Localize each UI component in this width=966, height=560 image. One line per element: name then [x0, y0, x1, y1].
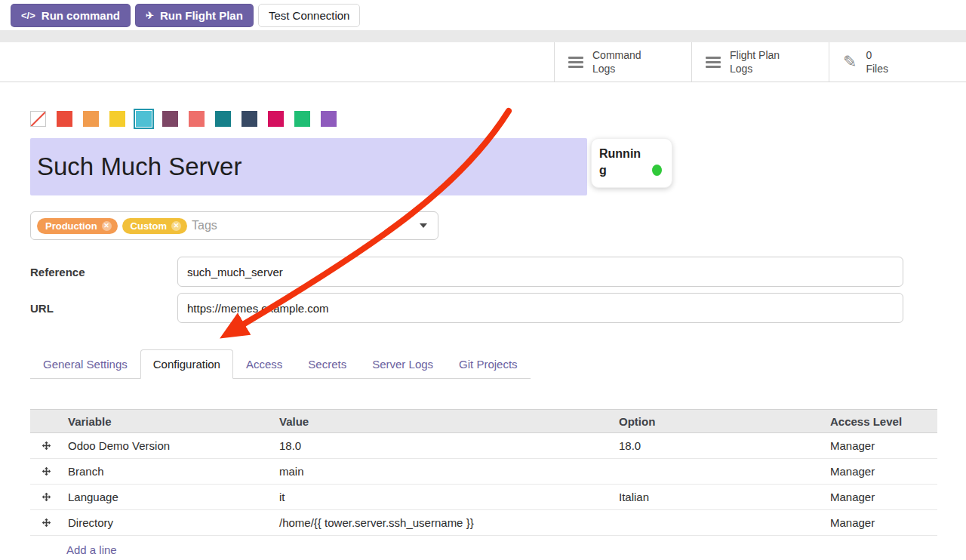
- table-row[interactable]: Branch main Manager: [30, 459, 937, 485]
- status-button[interactable]: Running: [591, 138, 672, 188]
- drag-handle-icon[interactable]: [42, 466, 51, 476]
- drag-handle-icon[interactable]: [42, 518, 51, 528]
- close-icon[interactable]: ✕: [171, 221, 181, 231]
- table-row[interactable]: Odoo Demo Version 18.0 18.0 Manager: [30, 433, 937, 459]
- cell-variable[interactable]: Language: [62, 491, 273, 503]
- cell-value[interactable]: it: [273, 491, 613, 503]
- caret-down-icon[interactable]: [420, 223, 427, 228]
- color-swatch-selected[interactable]: [136, 111, 152, 127]
- cell-value[interactable]: main: [273, 465, 613, 478]
- code-icon: </>: [21, 8, 35, 23]
- table-row[interactable]: Language it Italian Manager: [30, 485, 937, 510]
- color-swatch[interactable]: [242, 111, 257, 127]
- menu-icon: [706, 57, 721, 68]
- tags-placeholder: Tags: [192, 219, 217, 232]
- menu-icon: [568, 57, 583, 68]
- command-logs-button[interactable]: Command Logs: [554, 42, 691, 82]
- title-row: Such Much Server Running: [30, 138, 937, 195]
- tab-access[interactable]: Access: [233, 349, 295, 379]
- color-swatch-none[interactable]: [30, 111, 46, 127]
- run-flight-plan-label: Run Flight Plan: [160, 8, 243, 23]
- cell-value[interactable]: /home/{{ tower.server.ssh_username }}: [273, 516, 613, 529]
- variables-table: Variable Value Option Access Level Odoo …: [30, 409, 937, 560]
- col-value: Value: [273, 415, 613, 428]
- color-swatch[interactable]: [162, 111, 178, 127]
- color-swatch[interactable]: [215, 111, 231, 127]
- header-band: Command Logs Flight Plan Logs ✎ 0 Files: [0, 42, 966, 82]
- form-view: Such Much Server Running Production ✕ Cu…: [0, 111, 966, 560]
- drag-handle-icon[interactable]: [42, 492, 51, 502]
- cell-variable[interactable]: Odoo Demo Version: [62, 439, 273, 452]
- color-swatch[interactable]: [189, 111, 205, 127]
- tag-production: Production ✕: [37, 218, 118, 234]
- drag-handle-icon[interactable]: [42, 441, 51, 451]
- test-connection-label: Test Connection: [269, 8, 350, 23]
- cell-access-level[interactable]: Manager: [824, 516, 937, 529]
- col-access-level: Access Level: [824, 415, 937, 428]
- url-input[interactable]: [177, 293, 903, 323]
- command-logs-label: Command Logs: [592, 48, 641, 75]
- server-name-input[interactable]: Such Much Server: [30, 138, 587, 195]
- notebook-tabs: General Settings Configuration Access Se…: [30, 349, 531, 379]
- col-variable: Variable: [62, 415, 273, 428]
- cell-access-level[interactable]: Manager: [824, 465, 937, 478]
- cell-option[interactable]: 18.0: [613, 439, 824, 452]
- col-option: Option: [613, 415, 824, 428]
- reference-label: Reference: [30, 266, 177, 278]
- flight-plan-logs-label: Flight Plan Logs: [730, 48, 780, 75]
- color-swatch[interactable]: [57, 111, 72, 127]
- reference-input[interactable]: [177, 257, 903, 287]
- separator-strip: [0, 30, 966, 42]
- cell-value[interactable]: 18.0: [273, 439, 613, 452]
- files-button[interactable]: ✎ 0 Files: [829, 42, 966, 82]
- tab-server-logs[interactable]: Server Logs: [359, 349, 446, 379]
- action-toolbar: </> Run command ✈ Run Flight Plan Test C…: [0, 0, 966, 30]
- color-palette: [30, 111, 937, 127]
- flight-plan-logs-button[interactable]: Flight Plan Logs: [691, 42, 829, 82]
- url-label: URL: [30, 302, 177, 315]
- color-swatch[interactable]: [268, 111, 284, 127]
- table-header-row: Variable Value Option Access Level: [30, 409, 937, 433]
- table-row[interactable]: Directory /home/{{ tower.server.ssh_user…: [30, 510, 937, 536]
- color-swatch[interactable]: [83, 111, 99, 127]
- run-command-label: Run command: [42, 8, 120, 23]
- cell-access-level[interactable]: Manager: [824, 439, 937, 452]
- tab-general-settings[interactable]: General Settings: [30, 349, 140, 379]
- color-swatch[interactable]: [109, 111, 125, 127]
- tag-custom: Custom ✕: [122, 218, 187, 234]
- cell-option[interactable]: Italian: [613, 491, 824, 503]
- edit-icon: ✎: [843, 54, 857, 70]
- tab-git-projects[interactable]: Git Projects: [446, 349, 531, 379]
- cell-access-level[interactable]: Manager: [824, 491, 937, 503]
- status-label: Running: [599, 146, 643, 178]
- add-a-line-link[interactable]: Add a line: [30, 536, 937, 560]
- run-command-button[interactable]: </> Run command: [11, 4, 131, 27]
- plane-icon: ✈: [146, 8, 154, 23]
- close-icon[interactable]: ✕: [102, 221, 112, 231]
- files-label: 0 Files: [866, 48, 888, 75]
- cell-variable[interactable]: Branch: [62, 465, 273, 478]
- status-dot-icon: [652, 165, 662, 176]
- tab-secrets[interactable]: Secrets: [295, 349, 359, 379]
- cell-variable[interactable]: Directory: [62, 516, 273, 529]
- color-swatch[interactable]: [321, 111, 337, 127]
- run-flight-plan-button[interactable]: ✈ Run Flight Plan: [135, 4, 254, 27]
- color-swatch[interactable]: [294, 111, 310, 127]
- tab-configuration[interactable]: Configuration: [140, 349, 233, 379]
- fields-section: Reference URL: [30, 257, 937, 323]
- test-connection-button[interactable]: Test Connection: [258, 4, 361, 27]
- tags-input[interactable]: Production ✕ Custom ✕ Tags: [30, 211, 438, 240]
